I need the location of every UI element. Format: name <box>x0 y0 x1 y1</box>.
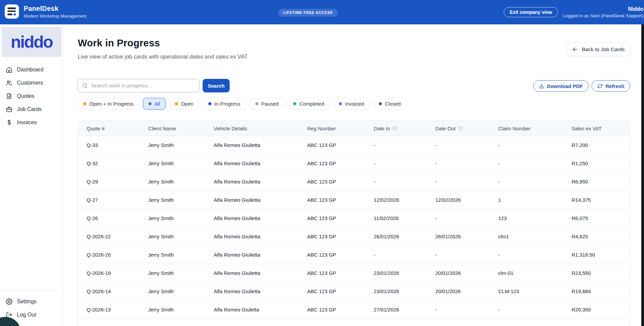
cell-quote: Q-33 <box>78 136 139 154</box>
cell-reg-number: ABC 123 GP <box>298 191 365 209</box>
table-row[interactable]: Q-33Jerry SmithAlfa Romeo GiuliettaABC 1… <box>78 136 630 154</box>
cell-client-name: Jerry Smith <box>139 301 205 319</box>
cell-date-in: 23/01/2026 <box>365 282 427 300</box>
filter-chip-in-progress[interactable]: In Progress <box>203 98 246 110</box>
sidebar-item-label: Dashboard <box>17 67 43 73</box>
cell-value: Alfa Romeo Giulietta <box>214 142 260 148</box>
table-body: Q-33Jerry SmithAlfa Romeo GiuliettaABC 1… <box>78 136 630 319</box>
cell-value: clm1 <box>498 234 509 239</box>
status-dot <box>83 102 86 105</box>
search-input[interactable] <box>91 79 199 92</box>
cell-date-out: 12/02/2026 <box>427 191 489 209</box>
table-row[interactable]: Q-32Jerry SmithAlfa Romeo GiuliettaABC 1… <box>78 154 630 173</box>
filter-chip-open-in-progress[interactable]: Open + In Progress <box>77 98 139 110</box>
filter-chip-closed[interactable]: Closed <box>373 98 407 110</box>
cell-sales-ex-vat: R1,318.50 <box>563 246 630 264</box>
logo-dot <box>14 13 16 16</box>
cell-value: - <box>435 160 437 166</box>
cell-reg-number: ABC 123 GP <box>298 173 365 191</box>
filter-chip-invoiced[interactable]: Invoiced <box>333 98 370 110</box>
table-row[interactable]: Q-2026-22Jerry SmithAlfa Romeo Giulietta… <box>78 227 630 246</box>
cell-value: Q-26 <box>87 215 98 221</box>
info-icon[interactable] <box>458 126 463 131</box>
cell-vehicle-details: Alfa Romeo Giulietta <box>205 264 298 282</box>
cell-value: Alfa Romeo Giulietta <box>214 215 260 221</box>
cell-value: - <box>435 307 437 312</box>
search-button[interactable]: Search <box>203 79 230 92</box>
cell-value: R23,550 <box>572 270 591 276</box>
cell-claim-number: - <box>489 136 563 154</box>
cell-value: ABC 123 GP <box>307 215 336 221</box>
column-header-label: Quote # <box>87 126 105 131</box>
sidebar-item-dashboard[interactable]: Dashboard <box>0 63 63 76</box>
column-header-label: Date In <box>374 126 390 131</box>
cell-value: - <box>435 142 437 148</box>
table-row[interactable]: Q-2026-13Jerry SmithAlfa Romeo GiulettaA… <box>78 301 630 319</box>
cell-value: ABC 123 GP <box>307 270 336 276</box>
sidebar-item-job-cards[interactable]: Job Cards <box>0 103 63 116</box>
download-pdf-button[interactable]: Download PDF <box>533 80 589 92</box>
filter-chip-label: Open + In Progress <box>89 101 134 107</box>
cell-quote: Q-2026-22 <box>78 227 139 245</box>
cell-date-in: - <box>365 136 427 154</box>
cell-value: R6,075 <box>572 215 588 221</box>
cell-value: - <box>374 160 375 166</box>
status-filter-chips: Open + In ProgressAllOpenIn ProgressPaus… <box>77 98 407 110</box>
info-icon[interactable] <box>392 126 397 131</box>
document-icon <box>6 93 13 100</box>
filter-chip-label: Open <box>181 101 193 107</box>
refresh-label: Refresh <box>605 83 624 89</box>
exit-company-view-button[interactable]: Exit company view <box>504 7 558 17</box>
table-row[interactable]: Q-29Jerry SmithAlfa Romeo GiuliettaABC 1… <box>78 173 630 191</box>
cell-value: R19,684 <box>572 288 591 294</box>
cell-value: 27/01/2026 <box>374 307 399 312</box>
cell-client-name: Jerry Smith <box>139 246 205 264</box>
main-content: Work in Progress Live view of active job… <box>64 24 641 326</box>
cell-date-in: 11/02/2026 <box>365 209 427 227</box>
filter-chip-open[interactable]: Open <box>169 98 199 110</box>
cell-value: - <box>498 252 500 258</box>
cell-vehicle-details: Alfa Romeo Giulietta <box>205 282 298 300</box>
cell-vehicle-details: Alfa Romeo Giulietta <box>205 246 298 264</box>
filter-chip-all[interactable]: All <box>143 98 166 110</box>
table-row[interactable]: Q-2026-14Jerry SmithAlfa Romeo Giulietta… <box>78 282 630 301</box>
sidebar-item-quotes[interactable]: Quotes <box>0 89 63 103</box>
status-dot <box>148 102 152 105</box>
filter-chip-completed[interactable]: Completed <box>288 98 330 110</box>
cell-value: 20/01/2026 <box>435 288 461 294</box>
cell-value: 23/01/2026 <box>374 270 399 276</box>
cell-value: 26/01/2026 <box>374 234 399 239</box>
table-row[interactable]: Q-27Jerry SmithAlfa Romeo GiuliettaABC 1… <box>78 191 630 209</box>
cell-value: R14,375 <box>572 197 591 203</box>
sidebar-item-settings[interactable]: Settings <box>0 295 63 308</box>
cell-date-out: - <box>427 246 489 264</box>
cell-date-in: - <box>365 154 427 172</box>
cell-value: Jerry Smith <box>148 252 174 258</box>
cell-quote: Q-27 <box>78 191 139 209</box>
cell-reg-number: ABC 123 GP <box>298 227 365 245</box>
sidebar-item-customers[interactable]: Customers <box>0 76 63 89</box>
column-header-label: Date Out <box>435 126 456 131</box>
briefcase-icon <box>6 106 13 113</box>
filter-chip-paused[interactable]: Paused <box>250 98 284 110</box>
cell-vehicle-details: Alfa Romeo Giulietta <box>205 191 298 209</box>
column-header-vehicle-details: Vehicle Details <box>205 121 298 136</box>
cell-value: Q-2026-22 <box>87 234 111 239</box>
cell-date-out: 20/01/2026 <box>427 264 489 282</box>
cell-value: Alfa Romeo Giulietta <box>214 160 260 166</box>
sidebar-nav: DashboardCustomersQuotesJob CardsInvoice… <box>0 63 63 129</box>
back-to-job-cards-button[interactable]: Back to Job Cards <box>566 42 630 56</box>
refresh-button[interactable]: Refresh <box>592 80 630 92</box>
cell-date-out: 20/01/2026 <box>427 282 489 300</box>
table-row[interactable]: Q-2026-20Jerry SmithAlfa Romeo Giulietta… <box>78 246 630 264</box>
home-icon <box>6 66 13 73</box>
niddo-logo: niddo <box>2 27 62 57</box>
cell-value: Jerry Smith <box>148 215 174 221</box>
sidebar-item-invoices[interactable]: Invoices <box>0 116 63 129</box>
cell-value: 12/02/2026 <box>435 197 461 203</box>
cell-client-name: Jerry Smith <box>139 154 205 172</box>
scrollbar[interactable] <box>641 24 644 326</box>
cell-value: Alfa Romeo Giulietta <box>214 270 260 276</box>
table-row[interactable]: Q-2026-19Jerry SmithAlfa Romeo Giulietta… <box>78 264 630 282</box>
table-row[interactable]: Q-26Jerry SmithAlfa Romeo GiuliettaABC 1… <box>78 209 630 227</box>
